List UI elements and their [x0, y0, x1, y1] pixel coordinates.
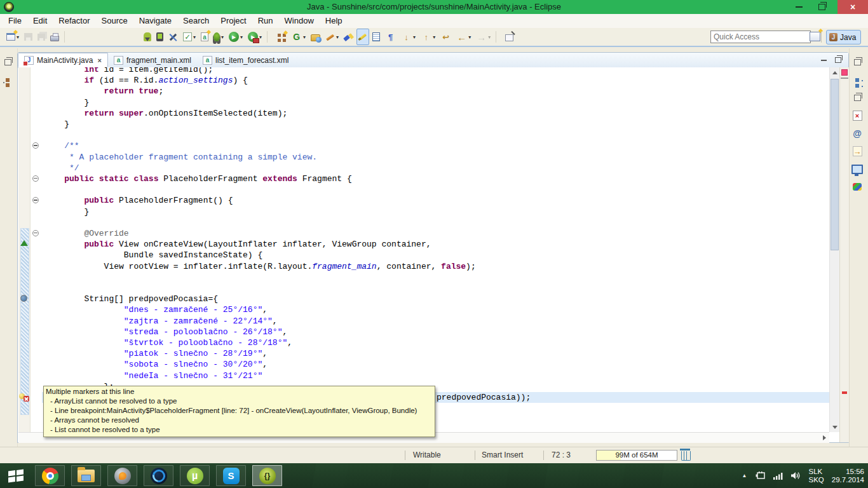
code-line[interactable] [44, 283, 829, 294]
code-line[interactable]: * A placeholder fragment containing a si… [44, 152, 829, 163]
run-dropdown-icon[interactable]: ▾ [240, 34, 243, 40]
utorrent-taskbar-button[interactable]: µ [180, 465, 210, 486]
code-line[interactable]: public PlaceholderFragment() { [44, 195, 829, 206]
code-line[interactable]: Bundle savedInstanceState) { [44, 250, 829, 261]
code-line[interactable] [44, 272, 829, 283]
overview-ruler[interactable] [839, 67, 849, 442]
green-arrow-marker[interactable] [20, 240, 28, 246]
code-line[interactable] [44, 217, 829, 228]
new-wizard-dropdown-icon[interactable]: ▾ [17, 34, 19, 40]
back-dropdown-icon[interactable]: ▾ [468, 34, 471, 40]
overview-error-indicator[interactable] [841, 69, 848, 76]
run-button[interactable]: ▶▾ [227, 29, 245, 45]
clock[interactable]: 15:56 29.7.2014 [832, 468, 864, 484]
outline-view-button[interactable] [850, 71, 865, 89]
print-button[interactable] [48, 29, 61, 45]
explorer-taskbar-button[interactable] [71, 465, 101, 486]
forward-dropdown-icon[interactable]: ▾ [488, 34, 491, 40]
menu-file[interactable]: File [3, 14, 27, 28]
create-doc-button[interactable]: ▾ [323, 29, 341, 45]
new-wizard-button[interactable]: ▾ [4, 29, 21, 45]
menu-run[interactable]: Run [252, 14, 279, 28]
restore-view-button[interactable] [0, 53, 15, 71]
code-line[interactable] [44, 130, 829, 140]
code-line[interactable]: return true; [44, 86, 829, 97]
fold-collapse-icon[interactable] [32, 230, 39, 236]
run-garbage-collector-button[interactable] [681, 451, 691, 461]
android-sdk-manager-button[interactable] [142, 29, 153, 45]
code-line[interactable]: } [44, 119, 829, 130]
maximize-editor-button[interactable] [832, 55, 843, 65]
menu-window[interactable]: Window [279, 14, 320, 28]
avd-manager-button[interactable] [154, 29, 165, 45]
javadoc-view-button[interactable]: @ [850, 125, 865, 142]
mark-occurrences-button[interactable] [356, 29, 369, 45]
skype-taskbar-button[interactable]: S [216, 465, 246, 486]
next-annotation-button[interactable]: ↓▾ [399, 29, 417, 45]
chrome-taskbar-button[interactable] [35, 465, 65, 486]
code-line[interactable]: /** [44, 140, 829, 151]
open-perspective-button[interactable] [810, 32, 820, 41]
overview-error-tick[interactable] [842, 391, 847, 394]
close-tab-icon[interactable]: × [97, 57, 101, 64]
scroll-right-button[interactable] [819, 433, 829, 443]
previous-annotation-dropdown-icon[interactable]: ▾ [433, 34, 435, 40]
folding-column[interactable] [31, 67, 42, 432]
error-breakpoint-marker[interactable] [19, 393, 29, 402]
console-view-button[interactable] [850, 160, 865, 178]
code-line[interactable]: public static class PlaceholderFragment … [44, 173, 829, 184]
code-line[interactable]: } [44, 97, 829, 108]
debug-dropdown-icon[interactable]: ▾ [221, 34, 224, 40]
code-line[interactable]: */ [44, 163, 829, 173]
vertical-scrollbar[interactable] [829, 67, 839, 432]
code-line[interactable]: } [44, 207, 829, 217]
editor-region[interactable]: int id = item.getItemId();if (id == R.id… [18, 67, 829, 432]
open-type-button[interactable] [309, 29, 322, 45]
code-area[interactable]: int id = item.getItemId();if (id == R.id… [44, 67, 829, 432]
run-check-button[interactable]: ✓▾ [181, 29, 198, 45]
last-edit-location-button[interactable]: ↩ [438, 29, 453, 45]
declaration-view-button[interactable]: → [850, 142, 865, 160]
code-line[interactable]: "nedeIa - slnečno - 31°/21°" [44, 370, 829, 381]
menu-project[interactable]: Project [215, 14, 252, 28]
menu-refactor[interactable]: Refactor [53, 14, 95, 28]
code-line[interactable]: return super.onOptionsItemSelected(item)… [44, 108, 829, 119]
new-java-project-button[interactable] [276, 29, 288, 45]
logcat-view-button[interactable] [850, 178, 865, 196]
power-tray-icon[interactable] [755, 471, 766, 480]
new-g-dropdown-icon[interactable]: ▾ [303, 34, 306, 40]
tab-fragment_main.xml[interactable]: afragment_main.xml [108, 53, 197, 67]
code-line[interactable]: "piatok - slnečno - 28°/19°", [44, 348, 829, 359]
debug-button[interactable]: ▾ [212, 29, 226, 45]
network-tray-icon[interactable] [773, 472, 783, 480]
code-line[interactable]: int id = item.getItemId(); [44, 67, 829, 75]
tab-MainActivity.java[interactable]: JMainActivity.java× [18, 53, 108, 67]
package-explorer-view-button[interactable] [0, 71, 15, 89]
code-line[interactable]: "štvrtok - polooblačno - 28°/18°", [44, 337, 829, 348]
eclipse-taskbar-button[interactable]: {} [252, 465, 282, 486]
code-line[interactable]: if (id == R.id.action_settings) { [44, 75, 829, 86]
menu-search[interactable]: Search [177, 14, 215, 28]
language-indicator[interactable]: SLK SKQ [809, 468, 824, 484]
code-line[interactable]: String[] predpovedPocasia={ [44, 294, 829, 304]
fold-collapse-icon[interactable] [32, 175, 39, 182]
new-android-project-button[interactable]: a [199, 29, 210, 45]
menu-source[interactable]: Source [96, 14, 133, 28]
code-line[interactable]: "dnes - zamračené - 25°/16°", [44, 304, 829, 315]
maximize-button[interactable] [812, 0, 831, 14]
minimize-button[interactable] [789, 0, 808, 14]
menu-navigate[interactable]: Navigate [133, 14, 177, 28]
vertical-scrollbar-thumb[interactable] [831, 79, 839, 250]
tab-list_item_forecast.xml[interactable]: alist_item_forecast.xml [197, 53, 294, 67]
code-line[interactable] [44, 184, 829, 195]
volume-tray-icon[interactable] [791, 471, 801, 480]
java-perspective-button[interactable]: J Java [826, 30, 861, 44]
fold-collapse-icon[interactable] [32, 197, 39, 203]
code-line[interactable]: "zajtra - zamračené - 22°/14°", [44, 316, 829, 327]
next-annotation-dropdown-icon[interactable]: ▾ [413, 34, 416, 40]
run-check-dropdown-icon[interactable]: ▾ [193, 34, 196, 40]
code-line[interactable]: "sobota - slnečno - 30°/20°", [44, 359, 829, 370]
restore-view-button[interactable] [850, 53, 865, 71]
problems-view-button[interactable]: × [850, 107, 865, 125]
quick-access-input[interactable] [710, 30, 811, 43]
